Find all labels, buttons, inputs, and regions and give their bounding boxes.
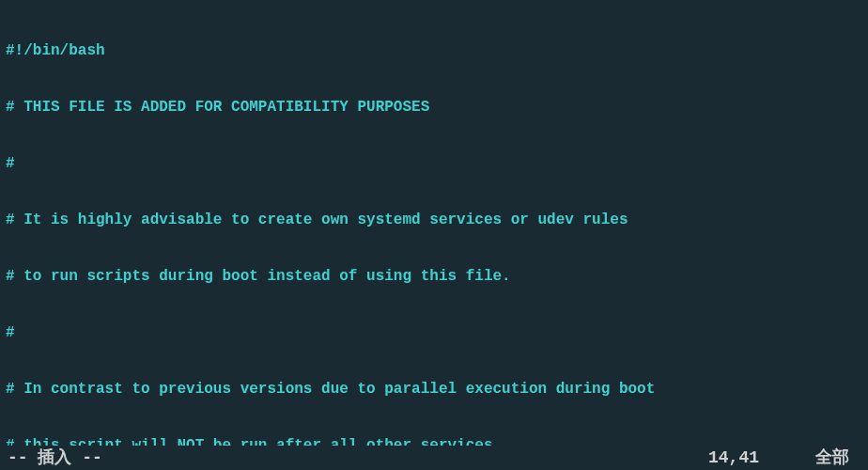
- scroll-percentage: 全部: [815, 448, 849, 467]
- code-line: #: [6, 154, 862, 173]
- code-line: # In contrast to previous versions due t…: [6, 380, 862, 399]
- code-line: # THIS FILE IS ADDED FOR COMPATIBILITY P…: [6, 98, 862, 117]
- code-line: # to run scripts during boot instead of …: [6, 267, 862, 286]
- code-line: #: [6, 323, 862, 342]
- code-line: # It is highly advisable to create own s…: [6, 211, 862, 229]
- editor-viewport[interactable]: #!/bin/bash # THIS FILE IS ADDED FOR COM…: [0, 0, 868, 470]
- vim-status-bar: -- 插入 -- 14,41 全部: [0, 446, 868, 470]
- cursor-position: 14,41: [708, 448, 759, 467]
- vim-mode-indicator: -- 插入 --: [8, 448, 102, 467]
- code-line: #!/bin/bash: [6, 41, 862, 60]
